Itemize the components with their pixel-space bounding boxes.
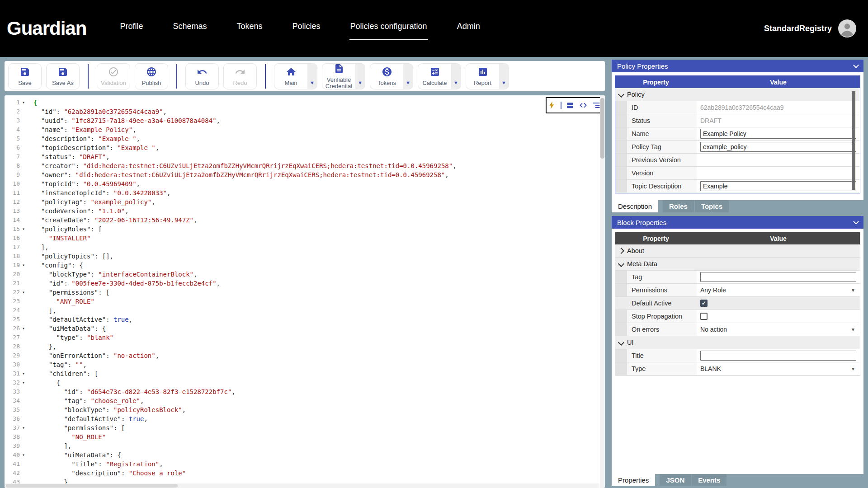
- tab-description[interactable]: Description: [612, 200, 658, 212]
- property-value-cell[interactable]: BLANK▼: [697, 362, 860, 375]
- fold-arrow-icon[interactable]: ▾: [20, 450, 27, 460]
- fold-arrow-icon[interactable]: ▾: [20, 225, 27, 234]
- chevron-down-icon[interactable]: [853, 219, 859, 225]
- undo-button[interactable]: Undo: [185, 63, 219, 89]
- chevron-right-icon[interactable]: [618, 248, 624, 254]
- editor-horizontal-scrollbar[interactable]: [5, 483, 599, 488]
- verifiable-credential-button-group: Verifiable Credential▼: [322, 63, 365, 89]
- property-value-cell: [697, 180, 860, 192]
- tree-view-icon[interactable]: [592, 101, 601, 110]
- validation-button[interactable]: Validation: [97, 63, 130, 89]
- json-code-editor[interactable]: 1▾{2 "id": "62ab2891a0c3726554c4caa9",3 …: [5, 95, 605, 488]
- fold-arrow-icon[interactable]: ▾: [20, 378, 27, 387]
- report-button[interactable]: Report: [466, 63, 499, 89]
- policy-panel-tabs: DescriptionRolesTopics: [612, 200, 863, 212]
- tokens-dropdown-arrow[interactable]: ▼: [403, 63, 413, 89]
- calculate-dropdown-arrow[interactable]: ▼: [451, 63, 461, 89]
- line-number: 40: [5, 450, 20, 460]
- topic-description-input[interactable]: [700, 181, 856, 191]
- line-number: 18: [5, 252, 20, 261]
- nav-item-policies-configuration[interactable]: Policies configuration: [349, 17, 428, 40]
- section-toggle[interactable]: [615, 244, 627, 257]
- property-value-cell[interactable]: No action▼: [697, 323, 860, 336]
- caret-down-icon[interactable]: ▼: [851, 327, 855, 332]
- fold-arrow-icon[interactable]: ▾: [20, 369, 27, 378]
- policy-tag-input[interactable]: [700, 142, 856, 152]
- stop-propagation-checkbox[interactable]: [700, 313, 708, 320]
- code-line: 17 ],: [5, 243, 599, 252]
- property-row-status: StatusDRAFT: [615, 114, 860, 127]
- scrollbar-thumb[interactable]: [600, 98, 604, 159]
- fold-arrow-icon[interactable]: ▾: [20, 288, 27, 297]
- section-toggle[interactable]: [615, 336, 627, 349]
- report-dropdown-arrow[interactable]: ▼: [499, 63, 509, 89]
- property-row-policy[interactable]: Policy: [615, 88, 860, 101]
- nav-item-tokens[interactable]: Tokens: [236, 17, 263, 40]
- chevron-down-icon[interactable]: [618, 91, 624, 98]
- property-row-meta-data[interactable]: Meta Data: [615, 258, 860, 271]
- blocks-view-icon[interactable]: [566, 101, 575, 110]
- fold-gutter: [20, 216, 27, 225]
- policy-table-scrollbar[interactable]: [852, 91, 855, 190]
- fold-gutter: [20, 152, 27, 161]
- tokens-button[interactable]: Tokens: [370, 63, 403, 89]
- nav-item-policies[interactable]: Policies: [292, 17, 321, 40]
- user-avatar-icon[interactable]: [838, 19, 856, 38]
- section-toggle[interactable]: [615, 258, 627, 270]
- app-logo[interactable]: Guardian: [7, 18, 86, 39]
- redo-button[interactable]: Redo: [223, 63, 257, 89]
- code-line: 12 "policyTag": "example_policy",: [5, 197, 599, 206]
- editor-vertical-scrollbar[interactable]: [600, 95, 605, 488]
- line-number: 12: [5, 197, 20, 206]
- main-button[interactable]: Main: [274, 63, 307, 89]
- verifiable-credential-button[interactable]: Verifiable Credential: [322, 63, 355, 89]
- code-text: "defaultActive": true,: [27, 315, 132, 324]
- fold-arrow-icon[interactable]: ▾: [20, 98, 27, 107]
- caret-down-icon[interactable]: ▼: [851, 366, 855, 371]
- tab-json[interactable]: JSON: [660, 474, 691, 486]
- save-button[interactable]: Save: [8, 63, 42, 89]
- fold-gutter: [20, 270, 27, 279]
- fold-arrow-icon[interactable]: ▾: [20, 261, 27, 270]
- chevron-down-icon[interactable]: [853, 62, 859, 68]
- name-input[interactable]: [700, 129, 856, 139]
- property-row-about[interactable]: About: [615, 244, 860, 258]
- tab-topics[interactable]: Topics: [695, 200, 729, 212]
- chevron-down-icon[interactable]: [618, 261, 624, 267]
- property-row-ui[interactable]: UI: [615, 336, 860, 349]
- on-errors-dropdown-value[interactable]: No action: [700, 326, 727, 333]
- block-properties-header[interactable]: Block Properties: [612, 216, 863, 229]
- code-text: "name": "Example Policy",: [27, 125, 137, 134]
- section-toggle[interactable]: [615, 88, 627, 101]
- fold-arrow-icon[interactable]: ▾: [20, 324, 27, 333]
- tab-properties[interactable]: Properties: [612, 474, 655, 486]
- title-input[interactable]: [700, 351, 856, 361]
- tab-roles[interactable]: Roles: [663, 200, 694, 212]
- property-row-name: Name: [615, 127, 860, 141]
- code-line: 32▾ {: [5, 378, 599, 387]
- type-dropdown-value[interactable]: BLANK: [700, 365, 721, 372]
- property-value-cell[interactable]: Any Role▼: [697, 284, 860, 296]
- tag-input[interactable]: [700, 272, 856, 282]
- main-dropdown-arrow[interactable]: ▼: [307, 63, 317, 89]
- scrollbar-thumb[interactable]: [6, 484, 178, 488]
- save-as-button[interactable]: Save As: [46, 63, 80, 89]
- code-view-icon[interactable]: [579, 101, 588, 110]
- line-number: 1: [5, 98, 20, 107]
- tab-events[interactable]: Events: [692, 474, 726, 486]
- caret-down-icon[interactable]: ▼: [851, 288, 855, 293]
- nav-item-admin[interactable]: Admin: [456, 17, 481, 40]
- code-text: ],: [27, 243, 49, 252]
- lightning-icon[interactable]: [547, 101, 557, 110]
- fold-arrow-icon[interactable]: ▾: [20, 423, 27, 432]
- calculate-button[interactable]: Calculate: [418, 63, 451, 89]
- row-gutter: [615, 114, 627, 127]
- nav-item-schemas[interactable]: Schemas: [172, 17, 208, 40]
- publish-button[interactable]: Publish: [135, 63, 168, 89]
- default-active-checkbox[interactable]: [700, 300, 708, 307]
- nav-item-profile[interactable]: Profile: [119, 17, 144, 40]
- verifiable-credential-dropdown-arrow[interactable]: ▼: [355, 63, 365, 89]
- chevron-down-icon[interactable]: [618, 339, 624, 346]
- permissions-dropdown-value[interactable]: Any Role: [700, 286, 726, 294]
- policy-properties-header[interactable]: Policy Properties: [612, 60, 863, 72]
